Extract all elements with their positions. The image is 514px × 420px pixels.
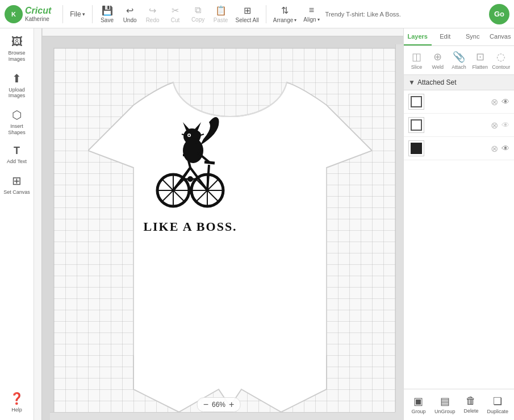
cricut-logo: Cricut <box>25 6 51 16</box>
sidebar-item-help[interactable]: ❓ Help <box>0 387 34 418</box>
duplicate-button[interactable]: ❏ Duplicate <box>484 393 511 417</box>
layer-eye-off-icon-2[interactable]: 👁 <box>502 120 509 130</box>
tshirt-graphic <box>88 60 372 412</box>
scroll-vertical[interactable] <box>395 44 403 412</box>
svg-point-28 <box>189 135 190 136</box>
zoom-in-button[interactable]: + <box>229 400 234 410</box>
attach-action[interactable]: 📎 Attach <box>449 51 469 70</box>
insert-shapes-label: Insert Shapes <box>2 123 31 136</box>
file-menu[interactable]: File ▾ <box>66 8 88 20</box>
cut-icon: ✂ <box>172 5 179 16</box>
design-text: LIKE A BOSS. <box>139 219 241 234</box>
separator-2 <box>92 5 93 23</box>
design-graphic[interactable]: LIKE A BOSS. <box>139 117 241 234</box>
layer-item-2[interactable]: ⊗ 👁 <box>404 114 514 137</box>
main-area: 🖼 Browse Images ⬆ Upload Images ⬡ Insert… <box>0 28 514 420</box>
ungroup-button[interactable]: ▤ UnGroup <box>432 393 458 417</box>
save-button[interactable]: 💾 Save <box>96 4 119 24</box>
attach-icon: 📎 <box>453 51 465 63</box>
tab-layers[interactable]: Layers <box>404 28 432 45</box>
browse-images-label: Browse Images <box>2 50 31 63</box>
separator-3 <box>266 5 266 23</box>
layer-delete-icon-2[interactable]: ⊗ <box>491 120 498 131</box>
add-text-label: Add Text <box>7 159 27 165</box>
help-label: Help <box>11 407 22 413</box>
sidebar-item-browse-images[interactable]: 🖼 Browse Images <box>0 31 34 67</box>
duplicate-icon: ❏ <box>493 395 502 407</box>
svg-point-24 <box>183 128 200 144</box>
set-canvas-label: Set Canvas <box>3 189 30 196</box>
sidebar-item-insert-shapes[interactable]: ⬡ Insert Shapes <box>0 103 34 140</box>
weld-icon: ⊕ <box>433 51 442 63</box>
tab-canvas[interactable]: Canvas <box>487 28 515 45</box>
delete-icon: 🗑 <box>466 395 476 407</box>
user-avatar[interactable]: K <box>5 5 23 23</box>
flatten-action[interactable]: ⊡ Flatten <box>470 51 490 70</box>
align-button[interactable]: ≡ Align ▾ <box>300 4 323 24</box>
cut-button[interactable]: ✂ Cut <box>164 4 187 24</box>
scroll-corner <box>395 412 403 420</box>
paste-button[interactable]: 📋 Paste <box>210 4 232 24</box>
svg-line-15 <box>185 168 190 176</box>
layer-thumb-1 <box>408 94 424 110</box>
mat-area: LIKE A BOSS. <box>53 48 403 417</box>
svg-marker-25 <box>183 122 189 131</box>
copy-button[interactable]: ⧉ Copy <box>187 4 210 24</box>
group-icon: ▣ <box>413 395 423 407</box>
layer-thumb-3 <box>408 140 424 156</box>
go-button[interactable]: Go <box>489 4 509 24</box>
sidebar-item-upload-images[interactable]: ⬆ Upload Images <box>0 67 34 104</box>
set-canvas-icon: ⊞ <box>12 174 22 188</box>
redo-icon: ↪ <box>149 5 156 16</box>
chevron-down-icon: ▼ <box>408 78 415 86</box>
zoom-out-button[interactable]: − <box>203 400 208 410</box>
flatten-icon: ⊡ <box>476 51 484 63</box>
user-name: Katherine <box>25 16 51 22</box>
layer-eye-icon-3[interactable]: 👁 <box>502 144 509 153</box>
upload-images-icon: ⬆ <box>12 72 22 85</box>
undo-icon: ↩ <box>126 5 133 16</box>
left-sidebar: 🖼 Browse Images ⬆ Upload Images ⬡ Insert… <box>0 28 34 420</box>
scroll-horizontal[interactable] <box>50 412 395 420</box>
top-bar: K Cricut Katherine File ▾ 💾 Save ↩ Undo … <box>0 0 514 28</box>
tab-sync[interactable]: Sync <box>459 28 487 45</box>
redo-button[interactable]: ↪ Redo <box>141 4 164 24</box>
undo-button[interactable]: ↩ Undo <box>119 4 141 24</box>
group-button[interactable]: ▣ Group <box>407 393 430 417</box>
ruler-horizontal <box>34 28 403 36</box>
layer-item-3[interactable]: ⊗ 👁 <box>404 137 514 160</box>
ungroup-icon: ▤ <box>440 395 450 407</box>
layer-delete-icon-3[interactable]: ⊗ <box>491 143 498 154</box>
layer-eye-icon-1[interactable]: 👁 <box>502 97 509 106</box>
select-all-button[interactable]: ⊞ Select All <box>232 4 262 24</box>
sidebar-item-add-text[interactable]: T Add Text <box>0 140 34 169</box>
svg-marker-26 <box>195 122 201 131</box>
copy-icon: ⧉ <box>195 5 201 15</box>
slice-action[interactable]: ◫ Slice <box>407 51 427 70</box>
paste-icon: 📋 <box>215 5 227 16</box>
layer-item-1[interactable]: ⊗ 👁 <box>404 90 514 114</box>
select-all-icon: ⊞ <box>244 5 251 16</box>
panel-bottom-actions: ▣ Group ▤ UnGroup 🗑 Delete ❏ Duplicate <box>404 389 514 420</box>
canvas-area[interactable]: LIKE A BOSS. − 66% + <box>34 28 403 420</box>
arrange-button[interactable]: ⇅ Arrange ▾ <box>270 4 300 24</box>
attached-set-header[interactable]: ▼ Attached Set <box>404 75 514 90</box>
attached-set-title: Attached Set <box>417 78 457 86</box>
add-text-icon: T <box>14 145 20 157</box>
panel-actions: ◫ Slice ⊕ Weld 📎 Attach ⊡ Flatten ◌ Cont… <box>404 46 514 75</box>
sidebar-item-set-canvas[interactable]: ⊞ Set Canvas <box>0 169 34 200</box>
right-panel: Layers Edit Sync Canvas ◫ Slice ⊕ Weld 📎… <box>403 28 514 420</box>
weld-action[interactable]: ⊕ Weld <box>428 51 448 70</box>
zoom-bar: − 66% + <box>197 397 241 412</box>
tab-edit[interactable]: Edit <box>432 28 459 45</box>
svg-line-20 <box>204 162 215 163</box>
layer-delete-icon-1[interactable]: ⊗ <box>491 97 498 107</box>
contour-action[interactable]: ◌ Contour <box>491 51 511 70</box>
separator-1 <box>62 5 63 23</box>
canvas-content[interactable]: LIKE A BOSS. <box>42 36 403 420</box>
delete-button[interactable]: 🗑 Delete <box>459 393 482 417</box>
save-icon: 💾 <box>102 5 113 16</box>
svg-line-33 <box>200 134 204 135</box>
svg-line-16 <box>173 176 185 190</box>
contour-icon: ◌ <box>496 51 505 63</box>
